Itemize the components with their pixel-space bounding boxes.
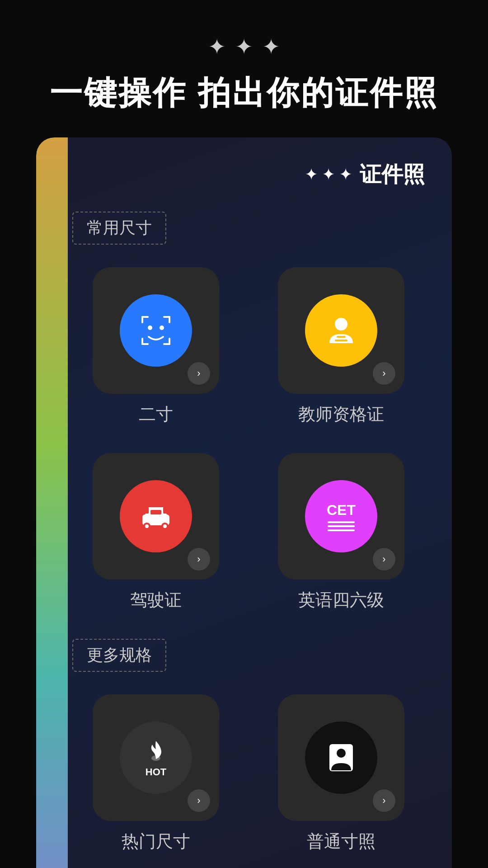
common-grid: › 二寸 › 教师资格证 [72,267,425,612]
label-driver: 驾驶证 [130,589,182,612]
icon-container-teacher[interactable]: › [278,267,404,394]
svg-rect-11 [335,340,347,341]
item-hot[interactable]: HOT › 热门尺寸 [72,694,239,853]
svg-rect-5 [141,338,143,345]
teacher-icon [323,312,359,349]
main-title: 一键操作 拍出你的证件照 [50,71,438,115]
item-normal[interactable]: › 普通寸照 [258,694,425,853]
card-title: 证件照 [360,160,425,189]
item-teacher[interactable]: › 教师资格证 [258,267,425,426]
icon-circle-teacher [305,294,377,367]
svg-rect-1 [141,316,143,323]
sparkle-1: ✦ [208,36,226,58]
svg-point-21 [151,755,160,761]
car-icon [138,498,174,534]
svg-point-10 [335,318,347,330]
label-normal: 普通寸照 [307,830,375,853]
main-card: ✦ ✦ ✦ 证件照 常用尺寸 [36,137,452,868]
svg-rect-12 [337,336,346,338]
svg-rect-7 [169,338,170,345]
arrow-driver[interactable]: › [188,548,210,571]
item-driver[interactable]: › 驾驶证 [72,453,239,612]
svg-rect-3 [169,316,170,323]
icon-circle-erchun [120,294,192,367]
section-more-label: 更多规格 [72,639,166,672]
icon-container-erchun[interactable]: › [93,267,219,394]
card-sparkle-2: ✦ [322,165,335,184]
icon-circle-cet: CET [305,480,377,552]
icon-circle-hot: HOT [120,722,192,794]
arrow-erchun[interactable]: › [188,362,210,385]
top-sparkles: ✦ ✦ ✦ [208,36,280,58]
more-grid: HOT › 热门尺寸 › [72,694,425,853]
item-cet[interactable]: CET › 英语四六级 [258,453,425,612]
item-erchun[interactable]: › 二寸 [72,267,239,426]
icon-container-cet[interactable]: CET › [278,453,404,580]
icon-circle-driver [120,480,192,552]
label-cet: 英语四六级 [298,589,384,612]
card-sparkle-3: ✦ [339,165,352,184]
hot-label-text: HOT [145,766,166,778]
arrow-hot[interactable]: › [188,789,210,812]
svg-rect-14 [144,507,149,514]
sparkle-2: ✦ [235,36,253,58]
card-sparkle-1: ✦ [305,165,318,184]
face-scan-icon [138,312,174,349]
section-common-label: 常用尺寸 [72,212,166,245]
card-header: ✦ ✦ ✦ 证件照 [72,160,425,189]
icon-circle-normal [305,722,377,794]
icon-container-driver[interactable]: › [93,453,219,580]
svg-rect-15 [163,507,168,514]
card-sparkles: ✦ ✦ ✦ [305,165,352,184]
arrow-teacher[interactable]: › [373,362,395,385]
arrow-cet[interactable]: › [373,548,395,571]
sparkle-3: ✦ [262,36,280,58]
card-inner: ✦ ✦ ✦ 证件照 常用尺寸 [72,160,425,853]
person-icon [323,740,359,776]
icon-container-hot[interactable]: HOT › [93,694,219,821]
label-hot: 热门尺寸 [122,830,190,853]
svg-point-17 [145,524,149,528]
hot-icon [142,737,169,764]
arrow-normal[interactable]: › [373,789,395,812]
cet-text: CET [327,501,356,519]
svg-point-19 [163,524,167,528]
label-erchun: 二寸 [139,403,173,426]
icon-container-normal[interactable]: › [278,694,404,821]
label-teacher: 教师资格证 [298,403,384,426]
header-section: ✦ ✦ ✦ 一键操作 拍出你的证件照 [0,0,488,137]
svg-point-8 [148,326,152,330]
svg-point-23 [337,749,346,758]
svg-rect-20 [150,510,161,514]
svg-point-9 [160,326,164,330]
